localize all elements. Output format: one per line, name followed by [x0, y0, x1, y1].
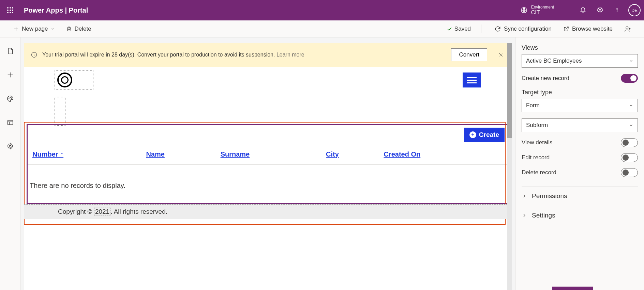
subform-value: Subform: [526, 122, 548, 129]
rail-templates-button[interactable]: [3, 116, 17, 129]
save-status: Saved: [446, 26, 471, 32]
portal-menu-button[interactable]: [463, 72, 481, 87]
settings-button[interactable]: [591, 2, 609, 19]
canvas-scroll-thumb[interactable]: [507, 43, 512, 138]
table-header-row: Number ↑ Name Surname City Created On: [28, 144, 508, 165]
rail-settings-button[interactable]: [3, 140, 17, 153]
subform-select[interactable]: Subform: [522, 118, 638, 132]
user-avatar[interactable]: DE: [628, 4, 641, 16]
trial-banner: Your trial portal will expire in 28 day(…: [24, 43, 512, 67]
chevron-down-icon: [629, 59, 633, 63]
progress-segment: [552, 287, 593, 290]
edit-record-label: Edit record: [522, 154, 550, 161]
settings-label: Settings: [532, 212, 555, 219]
gear-icon: [596, 6, 604, 14]
svg-point-12: [626, 27, 628, 29]
properties-panel: Views Active BC Employees Create new rec…: [515, 37, 644, 290]
info-icon: [31, 51, 38, 58]
environment-picker[interactable]: Environment CIT: [520, 5, 554, 16]
col-name[interactable]: Name: [143, 144, 217, 165]
col-surname[interactable]: Surname: [217, 144, 323, 165]
col-city[interactable]: City: [323, 144, 380, 165]
create-record-button[interactable]: + Create: [464, 128, 505, 142]
svg-point-2: [12, 7, 13, 9]
delete-label: Delete: [75, 26, 91, 32]
trial-convert-button[interactable]: Convert: [451, 48, 487, 61]
footer-year[interactable]: 2021: [94, 208, 110, 215]
close-icon: [498, 52, 504, 58]
col-number[interactable]: Number ↑: [28, 144, 143, 165]
target-type-select[interactable]: Form: [522, 99, 638, 112]
svg-point-8: [12, 12, 13, 13]
view-details-toggle[interactable]: [621, 138, 638, 147]
target-type-value: Form: [526, 102, 540, 109]
new-page-button[interactable]: New page: [10, 24, 58, 34]
sync-config-label: Sync configuration: [504, 26, 552, 32]
rail-pages-button[interactable]: [3, 44, 17, 58]
save-status-text: Saved: [454, 26, 471, 32]
svg-point-13: [9, 98, 9, 98]
plus-icon: [6, 71, 14, 79]
footer-prefix: Copyright ©: [58, 208, 94, 215]
portal-header-section[interactable]: [24, 67, 512, 93]
chevron-right-icon: [522, 213, 527, 218]
external-link-icon: [563, 26, 569, 32]
chevron-down-icon: [629, 123, 633, 128]
empty-records-message: There are no records to display.: [28, 165, 508, 203]
share-button[interactable]: [621, 24, 634, 34]
settings-accordion[interactable]: Settings: [522, 206, 638, 219]
svg-point-1: [10, 7, 11, 9]
sync-config-button[interactable]: Sync configuration: [492, 24, 554, 34]
delete-record-toggle[interactable]: [621, 168, 638, 177]
trial-message-text: Your trial portal will expire in 28 day(…: [42, 52, 276, 58]
views-select-value: Active BC Employees: [526, 58, 582, 64]
bell-icon: [580, 6, 586, 14]
svg-point-5: [12, 10, 13, 11]
trial-message: Your trial portal will expire in 28 day(…: [42, 52, 446, 58]
delete-record-label: Delete record: [522, 169, 556, 176]
layout-icon: [6, 119, 14, 126]
help-icon: [615, 6, 619, 14]
global-header: Power Apps | Portal Environment CIT DE: [0, 0, 644, 20]
browse-website-label: Browse website: [572, 26, 613, 32]
col-created-on[interactable]: Created On: [380, 144, 508, 165]
views-select[interactable]: Active BC Employees: [522, 54, 638, 68]
empty-content-section[interactable]: [24, 93, 512, 124]
design-canvas: Your trial portal will expire in 28 day(…: [20, 37, 515, 290]
create-new-record-toggle[interactable]: [621, 74, 638, 83]
plus-icon: [13, 26, 19, 32]
trial-learn-more-link[interactable]: Learn more: [276, 52, 304, 58]
product-title: Power Apps | Portal: [24, 6, 88, 14]
svg-point-6: [7, 12, 9, 13]
list-component[interactable]: + Create Number ↑ Name Surname City Crea…: [27, 124, 509, 204]
permissions-label: Permissions: [532, 192, 567, 200]
svg-point-7: [10, 12, 11, 13]
trial-close-button[interactable]: [498, 52, 505, 58]
logo-placeholder[interactable]: [55, 70, 93, 90]
target-type-label: Target type: [522, 89, 638, 96]
refresh-icon: [494, 26, 501, 32]
notifications-button[interactable]: [574, 2, 591, 19]
view-details-label: View details: [522, 139, 552, 146]
edit-record-toggle[interactable]: [621, 153, 638, 162]
plus-circle-icon: +: [469, 131, 476, 138]
app-launcher-button[interactable]: [3, 3, 17, 17]
sort-asc-icon: ↑: [60, 150, 63, 158]
portal-footer[interactable]: Copyright © 2021. All rights reserved.: [24, 204, 512, 219]
chevron-down-icon: [629, 103, 633, 108]
svg-point-10: [599, 9, 601, 11]
waffle-icon: [7, 7, 14, 14]
trash-icon: [66, 26, 72, 32]
svg-point-0: [7, 7, 9, 9]
browse-website-button[interactable]: Browse website: [560, 24, 615, 34]
permissions-accordion[interactable]: Permissions: [522, 187, 638, 200]
tool-rail: [0, 37, 20, 290]
delete-button[interactable]: Delete: [63, 24, 94, 34]
help-button[interactable]: [609, 2, 626, 19]
rail-theme-button[interactable]: [3, 92, 17, 106]
column-placeholder[interactable]: [55, 97, 65, 126]
records-table: Number ↑ Name Surname City Created On: [28, 144, 508, 165]
views-label: Views: [522, 44, 638, 51]
svg-point-14: [10, 97, 11, 98]
rail-add-button[interactable]: [3, 68, 17, 82]
